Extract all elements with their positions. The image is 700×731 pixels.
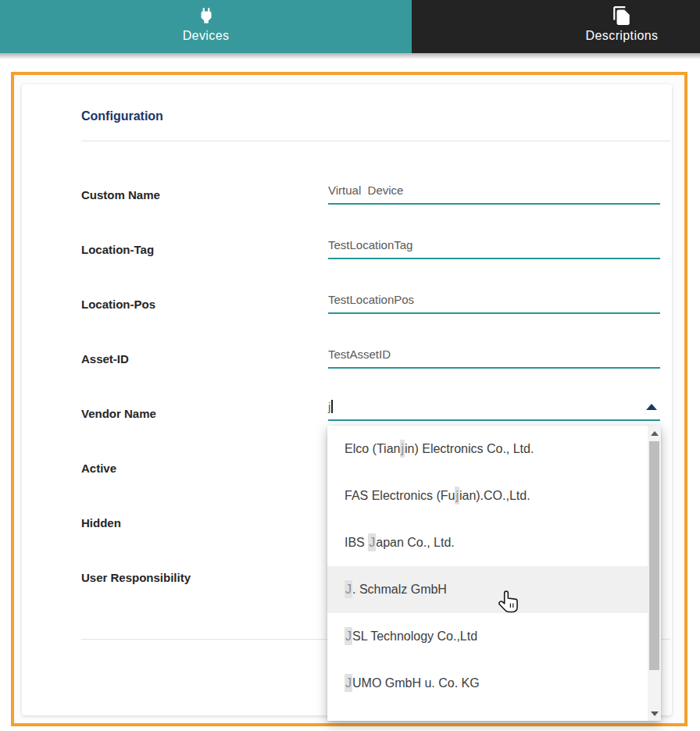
tab-bar: Devices Descriptions [0,0,700,53]
custom-name-input[interactable]: Virtual Device [328,173,660,205]
tab-devices[interactable]: Devices [0,0,412,53]
tab-descriptions[interactable]: Descriptions [412,0,700,53]
asset-id-value: TestAssetID [328,348,391,361]
location-tag-label: Location-Tag [81,243,154,256]
match-highlight: J [345,580,352,598]
user-responsibility-label: User Responsibility [81,571,191,584]
scroll-up-icon[interactable] [648,426,661,440]
page-title: Configuration [81,109,163,123]
tab-descriptions-label: Descriptions [586,29,659,43]
scroll-down-icon[interactable] [648,707,661,720]
text-caret [331,400,333,413]
asset-id-input[interactable]: TestAssetID [328,337,660,369]
hidden-label: Hidden [81,516,121,530]
asset-id-label: Asset-ID [81,352,129,366]
vendor-option[interactable]: IBS Japan Co., Ltd. [327,519,661,566]
location-tag-input[interactable]: TestLocationTag [328,228,660,259]
custom-name-value: Virtual Device [328,184,403,197]
power-plug-icon [196,5,216,26]
vendor-dropdown: Elco (Tianjin) Electronics Co., Ltd. FAS… [327,426,661,721]
location-pos-value: TestLocationPos [328,293,414,306]
vendor-option[interactable]: FAS Electronics (Fujian).CO.,Ltd. [327,472,661,519]
vendor-name-input[interactable]: j [328,390,660,421]
vendor-name-label: Vendor Name [81,407,156,420]
vendor-option-hovered[interactable]: J. Schmalz GmbH [327,566,661,613]
dropdown-caret-icon[interactable] [646,404,657,410]
match-highlight: J [345,674,352,692]
documents-icon [612,5,632,26]
active-label: Active [81,462,116,475]
match-highlight: J [345,627,352,645]
vendor-option[interactable]: JUMO GmbH u. Co. KG [327,660,661,707]
scrollbar-thumb[interactable] [649,441,659,670]
location-tag-value: TestLocationTag [328,238,412,251]
match-highlight: J [368,533,376,551]
location-pos-input[interactable]: TestLocationPos [328,283,660,314]
location-pos-label: Location-Pos [81,298,155,311]
dropdown-scrollbar[interactable] [648,426,661,721]
vendor-name-value: j [328,400,333,413]
vendor-option[interactable]: JSL Technology Co.,Ltd [327,613,661,660]
divider-top [81,141,670,141]
vendor-option[interactable]: Elco (Tianjin) Electronics Co., Ltd. [327,426,661,472]
tab-devices-label: Devices [183,29,230,43]
custom-name-label: Custom Name [81,188,160,201]
tabbar-shadow [0,53,700,59]
